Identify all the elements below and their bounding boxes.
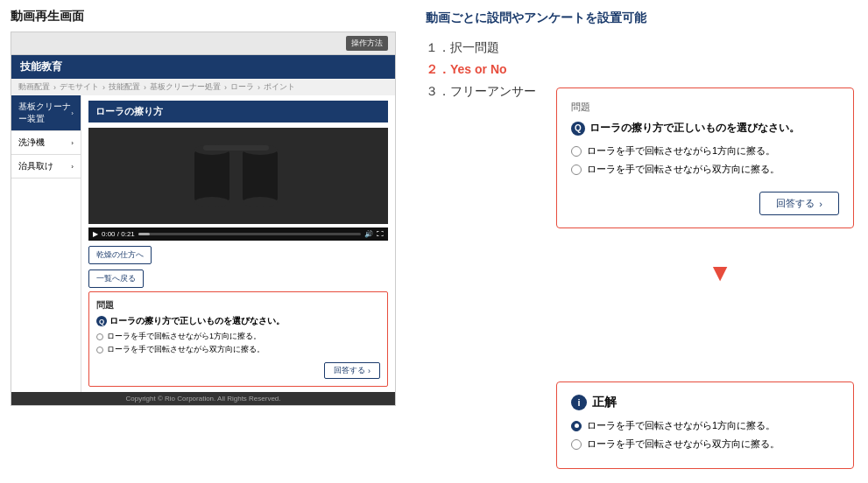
content-title: ローラの擦り方 bbox=[88, 101, 388, 122]
q-card-main-text: ローラの擦り方で正しいものを選びなさい。 bbox=[589, 121, 800, 136]
back-button[interactable]: 一覧へ戻る bbox=[88, 270, 144, 288]
svg-rect-6 bbox=[203, 145, 269, 150]
small-q-title: 問題 bbox=[96, 299, 380, 312]
left-panel: 動画再生画面 操作方法 技能教育 動画配置 › デモサイト › 技能配置 › 基… bbox=[0, 0, 412, 483]
question-card: 問題 Q ローラの擦り方で正しいものを選びなさい。 ローラを手で回転させながら1… bbox=[556, 88, 854, 228]
sidebar-item-2[interactable]: 治具取け › bbox=[11, 155, 81, 178]
small-answer-button[interactable]: 回答する › bbox=[324, 362, 380, 379]
svg-rect-3 bbox=[243, 150, 278, 202]
q-card-answer-label: 回答する bbox=[776, 197, 815, 210]
list-text-2: Yes or No bbox=[450, 62, 507, 76]
next-section-button[interactable]: 乾燥の仕方へ bbox=[88, 246, 152, 264]
breadcrumb-3[interactable]: 技能配置 bbox=[109, 81, 140, 93]
sidebar-item-label-0: 基板クリーナー装置 bbox=[18, 101, 71, 125]
sidebar-item-label-2: 治具取け bbox=[18, 160, 53, 172]
q-card-main-row: Q ローラの擦り方で正しいものを選びなさい。 bbox=[571, 121, 839, 136]
small-radio-circle-1 bbox=[96, 333, 103, 340]
small-option-2: ローラを手で回転させながら双方向に擦る。 bbox=[107, 344, 265, 355]
q-card-option-1: ローラを手で回転させながら1方向に擦る。 bbox=[587, 144, 775, 158]
right-panel: 動画ごとに設問やアンケートを設置可能 １．択一問題 ２．Yes or No ３．… bbox=[412, 0, 868, 483]
small-radio-1[interactable]: ローラを手で回転させながら1方向に擦る。 bbox=[96, 331, 380, 342]
sidebar-item-1[interactable]: 洗浄機 › bbox=[11, 131, 81, 155]
answer-radio-filled bbox=[571, 421, 582, 431]
sidebar: 基板クリーナー装置 › 洗浄機 › 治具取け › bbox=[11, 95, 81, 392]
video-image bbox=[186, 141, 291, 211]
q-card-answer-button[interactable]: 回答する › bbox=[759, 192, 839, 215]
breadcrumb-5[interactable]: ローラ bbox=[230, 81, 254, 93]
svg-rect-0 bbox=[194, 150, 229, 202]
small-q-text: ローラの擦り方で正しいものを選びなさい。 bbox=[109, 315, 285, 327]
question-box-small: 問題 Q ローラの擦り方で正しいものを選びなさい。 ローラを手で回転させながら1… bbox=[88, 291, 388, 387]
q-card-icon: Q bbox=[571, 122, 585, 136]
page-title: 動画再生画面 bbox=[11, 9, 401, 24]
a-title-row: i 正解 bbox=[571, 395, 839, 410]
browser-frame: 操作方法 技能教育 動画配置 › デモサイト › 技能配置 › 基板クリーナー処… bbox=[11, 32, 396, 406]
answer-text-2: ローラを手で回転させながら双方向に擦る。 bbox=[587, 438, 780, 451]
content-area: 基板クリーナー装置 › 洗浄機 › 治具取け › ローラの擦り方 bbox=[11, 95, 395, 392]
list-num-3: ３． bbox=[426, 84, 450, 98]
breadcrumb-6[interactable]: ポイント bbox=[264, 81, 295, 93]
svg-point-2 bbox=[194, 197, 229, 207]
q-card-title: 問題 bbox=[571, 101, 839, 114]
progress-fill bbox=[138, 233, 150, 235]
small-option-1: ローラを手で回転させながら1方向に擦る。 bbox=[107, 331, 261, 342]
breadcrumb-2[interactable]: デモサイト bbox=[60, 81, 99, 93]
back-button-container: 一覧へ戻る bbox=[88, 270, 388, 288]
small-radio-2[interactable]: ローラを手で回転させながら双方向に擦る。 bbox=[96, 344, 380, 355]
copyright: Copyright © Rio Corporation. All Rights … bbox=[11, 392, 395, 405]
q-card-radio-1[interactable]: ローラを手で回転させながら1方向に擦る。 bbox=[571, 144, 839, 158]
answer-option-2: ローラを手で回転させながら双方向に擦る。 bbox=[571, 438, 839, 451]
radio-inner bbox=[575, 424, 579, 428]
small-arrow-icon: › bbox=[368, 367, 370, 375]
small-answer-label: 回答する bbox=[334, 365, 365, 376]
answer-card: i 正解 ローラを手で回転させながら1方向に擦る。 ローラを手で回転させながら双… bbox=[556, 382, 854, 469]
list-text-1: 択一問題 bbox=[450, 40, 499, 54]
video-time: 0:00 / 0:21 bbox=[102, 230, 135, 238]
progress-bar[interactable] bbox=[138, 233, 361, 235]
site-header: 技能教育 bbox=[11, 55, 395, 79]
q-card-radio-circle-1 bbox=[571, 146, 582, 157]
sidebar-arrow-0: › bbox=[71, 109, 74, 117]
answer-radio-2 bbox=[571, 439, 582, 450]
breadcrumb-bar: 動画配置 › デモサイト › 技能配置 › 基板クリーナー処置 › ローラ › … bbox=[11, 79, 395, 95]
info-icon: i bbox=[571, 395, 587, 410]
browser-topbar: 操作方法 bbox=[11, 32, 395, 55]
nav-buttons: 乾燥の仕方へ bbox=[88, 246, 388, 264]
sidebar-item-label-1: 洗浄機 bbox=[18, 136, 45, 149]
main-content: ローラの擦り方 bbox=[81, 95, 395, 392]
breadcrumb-1[interactable]: 動画配置 bbox=[18, 81, 50, 93]
q-card-answer-arrow: › bbox=[819, 199, 822, 209]
site-name: 技能教育 bbox=[20, 60, 62, 74]
small-q-icon: Q bbox=[96, 316, 107, 326]
small-radio-circle-2 bbox=[96, 346, 103, 354]
video-placeholder bbox=[88, 128, 388, 224]
list-num-2: ２． bbox=[426, 62, 450, 76]
op-button[interactable]: 操作方法 bbox=[346, 36, 388, 51]
video-controls: ▶ 0:00 / 0:21 🔊 ⛶ bbox=[88, 228, 388, 241]
q-card-option-2: ローラを手で回転させながら双方向に擦る。 bbox=[587, 163, 780, 176]
list-item-1: １．択一問題 bbox=[426, 37, 854, 59]
list-text-3: フリーアンサー bbox=[450, 84, 536, 98]
q-card-radio-2[interactable]: ローラを手で回転させながら双方向に擦る。 bbox=[571, 163, 839, 176]
sidebar-arrow-2: › bbox=[71, 163, 74, 171]
right-header: 動画ごとに設問やアンケートを設置可能 bbox=[426, 10, 854, 26]
down-arrow: ▼ bbox=[708, 261, 732, 285]
a-title: 正解 bbox=[592, 395, 617, 410]
svg-point-5 bbox=[243, 197, 278, 207]
list-item-2: ２．Yes or No bbox=[426, 59, 854, 80]
answer-text-1: ローラを手で回転させながら1方向に擦る。 bbox=[587, 419, 775, 432]
list-num-1: １． bbox=[426, 40, 450, 54]
sidebar-arrow-1: › bbox=[71, 139, 74, 147]
answer-option-1: ローラを手で回転させながら1方向に擦る。 bbox=[571, 419, 839, 432]
volume-icon[interactable]: 🔊 bbox=[364, 230, 373, 238]
q-card-radio-circle-2 bbox=[571, 164, 582, 175]
fullscreen-icon[interactable]: ⛶ bbox=[377, 230, 384, 238]
small-q-main: Q ローラの擦り方で正しいものを選びなさい。 bbox=[96, 315, 380, 327]
breadcrumb-4[interactable]: 基板クリーナー処置 bbox=[150, 81, 221, 93]
play-button[interactable]: ▶ bbox=[93, 230, 98, 238]
sidebar-item-0[interactable]: 基板クリーナー装置 › bbox=[11, 95, 81, 131]
